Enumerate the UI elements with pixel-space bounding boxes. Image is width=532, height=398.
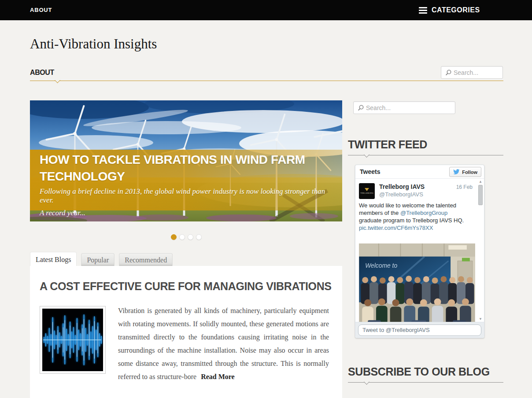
twitter-widget: Tweets Follow TRELLEBORG Trelleborg IAVS… [355, 165, 484, 338]
categories-label: CATEGORIES [432, 6, 480, 14]
menu-icon [419, 7, 427, 14]
nav-item-about[interactable]: ABOUT [30, 69, 54, 77]
twitter-widget-footer: Tweet to @TrelleborgIAVS [355, 322, 484, 338]
tweet-area: TRELLEBORG Trelleborg IAVS @TrelleborgIA… [355, 179, 484, 322]
subscribe-heading: SUBSCRIBE TO OUR BLOG [348, 365, 490, 378]
trelleborg-logo-icon [365, 188, 369, 191]
post-body: Vibration is generated by all kinds of m… [40, 304, 329, 383]
topbar-nav-about[interactable]: ABOUT [30, 0, 52, 20]
sidebar-search-input[interactable] [366, 102, 453, 114]
post-text: Vibration is generated by all kinds of m… [118, 307, 329, 380]
header-search-input[interactable] [454, 66, 501, 78]
widget-scrollbar: ▲ ▼ [478, 180, 483, 321]
tweet-pic-link[interactable]: pic.twitter.com/CF6mYs78XX [359, 224, 472, 232]
blog-panel: A COST EFFECTIVE CURE FOR MANAGING VIBRA… [30, 266, 342, 398]
trelleborg-logo-text: TRELLEBORG [360, 192, 373, 194]
tweet-avatar[interactable]: TRELLEBORG [359, 183, 375, 199]
carousel-dot-2[interactable] [179, 234, 185, 240]
blog-tabs: Latest Blogs Popular Recommended [30, 252, 173, 266]
tweet-to-box[interactable]: Tweet to @TrelleborgIAVS [358, 324, 481, 336]
carousel-dot-1[interactable] [171, 234, 177, 240]
tweet-handle[interactable]: @TrelleborgIAVS [379, 191, 423, 198]
post-title[interactable]: A COST EFFECTIVE CURE FOR MANAGING VIBRA… [40, 280, 332, 293]
tweet-date[interactable]: 16 Feb [456, 184, 473, 190]
site-title[interactable]: Anti-Vibration Insights [30, 36, 157, 52]
tweet-mention-link[interactable]: @TrelleborgGroup [400, 210, 447, 216]
carousel-dot-4[interactable] [196, 234, 202, 240]
sidebar-search [353, 101, 455, 114]
tweets-title[interactable]: Tweets [360, 165, 380, 179]
wind-farm-image [30, 100, 342, 221]
follow-label: Follow [462, 170, 477, 175]
hero-carousel[interactable]: HOW TO TACKLE VIBRATIONS IN WIND FARM TE… [30, 100, 342, 221]
scroll-up-icon[interactable]: ▲ [478, 180, 483, 184]
page: ABOUT CATEGORIES Anti-Vibration Insights… [0, 0, 532, 398]
scroll-down-icon[interactable]: ▼ [478, 317, 483, 321]
nav-underline [30, 81, 503, 81]
twitter-bird-icon [453, 169, 460, 175]
tab-latest-blogs[interactable]: Latest Blogs [30, 252, 77, 266]
post-thumbnail[interactable] [40, 306, 106, 374]
tweet-author[interactable]: Trelleborg IAVS [379, 183, 425, 190]
carousel-dot-3[interactable] [188, 234, 193, 240]
tab-popular[interactable]: Popular [81, 253, 115, 266]
carousel-dots [30, 234, 342, 240]
tweet-photo[interactable]: Welcome to [359, 243, 475, 322]
follow-button[interactable]: Follow [449, 167, 481, 177]
search-icon [357, 104, 364, 111]
tweet-text: We would like to welcome the talented me… [359, 202, 472, 232]
nav-underline-notch [55, 77, 60, 83]
scrollbar-thumb[interactable] [478, 185, 483, 205]
search-icon [445, 69, 452, 76]
twitter-widget-header: Tweets Follow [355, 165, 484, 179]
photo-banner-text: Welcome to [365, 262, 397, 269]
twitter-feed-heading: TWITTER FEED [348, 138, 427, 151]
underline-notch [364, 379, 369, 385]
categories-button[interactable]: CATEGORIES [419, 0, 480, 20]
subscribe-heading-underline [348, 382, 503, 383]
underline-notch [364, 152, 369, 158]
tab-recommended[interactable]: Recommended [119, 253, 173, 266]
header-search [441, 66, 503, 79]
read-more-link[interactable]: Read More [201, 373, 235, 380]
waveform-image [42, 309, 103, 371]
topbar: ABOUT CATEGORIES [0, 0, 532, 20]
tweet-text-after: graduate program to Trelleborg IAVS HQ. [359, 217, 464, 224]
twitter-heading-underline [348, 155, 503, 155]
